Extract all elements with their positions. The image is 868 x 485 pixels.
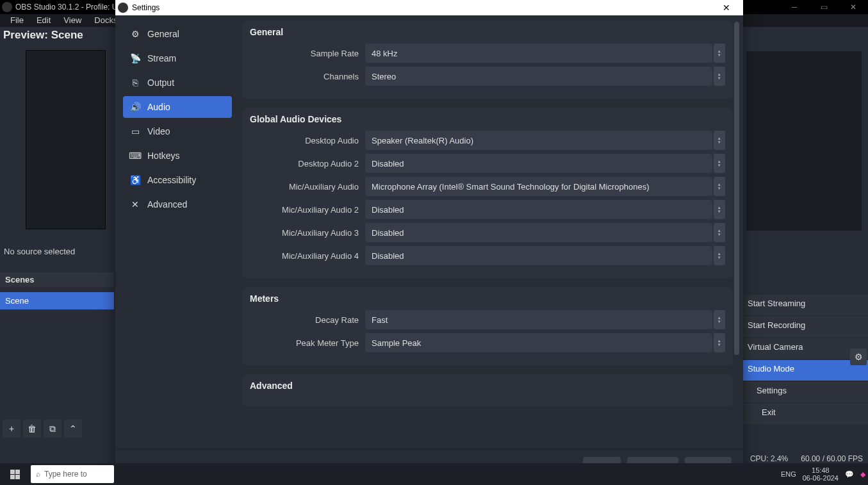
mic-aux4-combo[interactable]: Disabled <box>365 246 712 265</box>
desktop-audio-label: Desktop Audio <box>250 136 365 145</box>
fps-status: 60.00 / 60.00 FPS <box>801 454 863 463</box>
windows-icon <box>10 470 20 479</box>
program-thumbnail <box>746 51 862 231</box>
menu-edit[interactable]: Edit <box>30 14 57 27</box>
speaker-icon: 🔊 <box>129 101 141 113</box>
minimize-button[interactable]: ─ <box>780 0 809 14</box>
maximize-button[interactable]: ▭ <box>809 0 839 14</box>
peak-meter-label: Peak Meter Type <box>250 338 365 348</box>
section-general: General Sample Rate 48 kHz ▴▾ Channels S… <box>242 21 733 99</box>
desktop-audio2-label: Desktop Audio 2 <box>250 159 365 169</box>
scrollbar-thumb[interactable] <box>734 22 739 355</box>
section-title-general: General <box>250 27 725 37</box>
notifications-icon[interactable]: 💬 <box>845 470 854 479</box>
spinner-icon[interactable]: ▴▾ <box>714 44 725 63</box>
clock-date: 06-06-2024 <box>803 474 839 482</box>
spinner-icon[interactable]: ▴▾ <box>714 246 725 265</box>
virtual-camera-settings-icon[interactable]: ⚙ <box>850 349 867 365</box>
section-title-global: Global Audio Devices <box>250 114 725 124</box>
sidebar-item-general[interactable]: ⚙General <box>123 23 232 45</box>
status-bar: CPU: 2.4% 60.00 / 60.00 FPS <box>750 454 863 463</box>
sidebar-item-output[interactable]: ⎘Output <box>123 72 232 94</box>
up-scene-button[interactable]: ⌃ <box>64 420 82 438</box>
mic-aux-combo[interactable]: Microphone Array (Intel® Smart Sound Tec… <box>365 177 712 196</box>
search-icon: ⌕ <box>36 470 40 479</box>
obs-logo-icon <box>2 2 12 12</box>
section-meters: Meters Decay RateFast▴▾ Peak Meter TypeS… <box>242 287 733 365</box>
sidebar-item-video[interactable]: ▭Video <box>123 120 232 142</box>
sidebar-item-label: Stream <box>147 53 176 63</box>
sidebar-item-accessibility[interactable]: ♿Accessibility <box>123 169 232 191</box>
spinner-icon[interactable]: ▴▾ <box>714 200 725 219</box>
channels-combo[interactable]: Stereo <box>365 67 712 86</box>
studio-mode-button[interactable]: Studio Mode <box>742 360 868 381</box>
spinner-icon[interactable]: ▴▾ <box>714 154 725 173</box>
spinner-icon[interactable]: ▴▾ <box>714 67 725 86</box>
keyboard-icon: ⌨ <box>129 150 141 161</box>
settings-dialog: Settings ✕ ⚙General 📡Stream ⎘Output 🔊Aud… <box>115 0 743 484</box>
desktop-audio2-value: Disabled <box>372 159 404 169</box>
filter-scene-button[interactable]: ⧉ <box>44 420 61 438</box>
menu-view[interactable]: View <box>57 14 88 27</box>
no-source-label: No source selected <box>4 247 75 256</box>
delete-scene-button[interactable]: 🗑 <box>23 420 41 438</box>
mic-aux2-combo[interactable]: Disabled <box>365 200 712 219</box>
decay-rate-label: Decay Rate <box>250 315 365 325</box>
desktop-audio-combo[interactable]: Speaker (Realtek(R) Audio) <box>365 131 712 150</box>
sidebar-item-audio[interactable]: 🔊Audio <box>123 96 232 118</box>
sample-rate-combo[interactable]: 48 kHz <box>365 44 712 63</box>
gear-icon: ⚙ <box>129 28 141 40</box>
tray-app-icon[interactable]: ◆ <box>860 470 865 479</box>
decay-rate-combo[interactable]: Fast <box>365 310 712 329</box>
peak-meter-combo[interactable]: Sample Peak <box>365 333 712 352</box>
dialog-logo-icon <box>118 3 128 13</box>
exit-button[interactable]: Exit <box>742 404 868 424</box>
scenes-header: Scenes <box>0 272 114 287</box>
accessibility-icon: ♿ <box>129 174 141 186</box>
mic-aux4-label: Mic/Auxiliary Audio 4 <box>250 251 365 261</box>
spinner-icon[interactable]: ▴▾ <box>714 310 725 329</box>
sidebar-item-hotkeys[interactable]: ⌨Hotkeys <box>123 145 232 167</box>
spinner-icon[interactable]: ▴▾ <box>714 131 725 150</box>
spinner-icon[interactable]: ▴▾ <box>714 223 725 242</box>
section-title-meters: Meters <box>250 293 725 304</box>
mic-aux4-value: Disabled <box>372 251 404 261</box>
antenna-icon: 📡 <box>129 53 141 64</box>
system-tray: ENG 15:48 06-06-2024 💬 ◆ <box>781 463 865 485</box>
close-button[interactable]: ✕ <box>839 0 868 14</box>
section-advanced: Advanced <box>242 374 733 406</box>
scrollbar[interactable] <box>734 22 741 432</box>
channels-value: Stereo <box>372 72 396 81</box>
spinner-icon[interactable]: ▴▾ <box>714 333 725 352</box>
scene-tools: + 🗑 ⧉ ⌃ <box>3 420 82 438</box>
settings-button[interactable]: Settings <box>742 382 868 402</box>
sidebar-item-advanced[interactable]: ✕Advanced <box>123 193 232 215</box>
sidebar-item-label: General <box>147 29 179 39</box>
section-title-advanced: Advanced <box>250 381 725 391</box>
dialog-titlebar: Settings ✕ <box>115 0 743 15</box>
sidebar-item-label: Video <box>147 126 170 136</box>
start-recording-button[interactable]: Start Recording <box>742 316 868 337</box>
decay-rate-value: Fast <box>372 315 388 325</box>
start-button[interactable] <box>0 463 29 485</box>
mic-aux3-combo[interactable]: Disabled <box>365 223 712 242</box>
cpu-status: CPU: 2.4% <box>750 454 788 463</box>
search-placeholder: Type here to <box>44 470 87 479</box>
virtual-camera-button[interactable]: Virtual Camera <box>742 338 868 359</box>
sidebar-item-stream[interactable]: 📡Stream <box>123 47 232 69</box>
mic-aux2-label: Mic/Auxiliary Audio 2 <box>250 205 365 215</box>
controls-dock: Start Streaming Start Recording Virtual … <box>742 295 868 425</box>
scene-item[interactable]: Scene <box>0 292 114 309</box>
dialog-close-button[interactable]: ✕ <box>714 0 739 15</box>
desktop-audio-value: Speaker (Realtek(R) Audio) <box>372 136 473 145</box>
menu-file[interactable]: File <box>4 14 30 27</box>
mic-aux2-value: Disabled <box>372 205 404 215</box>
add-scene-button[interactable]: + <box>3 420 20 438</box>
mic-aux3-value: Disabled <box>372 228 404 238</box>
taskbar-search[interactable]: ⌕ Type here to <box>31 465 114 483</box>
start-streaming-button[interactable]: Start Streaming <box>742 295 868 315</box>
desktop-audio2-combo[interactable]: Disabled <box>365 154 712 173</box>
lang-indicator[interactable]: ENG <box>781 470 796 478</box>
clock[interactable]: 15:48 06-06-2024 <box>803 466 839 482</box>
spinner-icon[interactable]: ▴▾ <box>714 177 725 196</box>
